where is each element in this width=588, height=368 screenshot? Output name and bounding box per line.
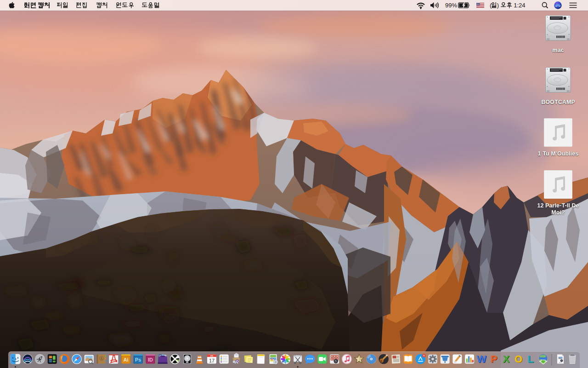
svg-text:docx: docx [559,362,562,363]
svg-text:Ps: Ps [135,357,141,362]
svg-text:P: P [491,353,498,365]
svg-text:17: 17 [209,358,215,363]
svg-text:O: O [514,353,522,365]
svg-text:X: X [503,353,509,365]
svg-text:ID: ID [148,357,153,362]
svg-text:Q: Q [236,360,239,363]
svg-text:Q: Q [271,358,273,360]
svg-text:W: W [477,353,486,365]
svg-text:JUL: JUL [210,355,214,357]
svg-text:L: L [527,353,533,365]
svg-text:Ai: Ai [124,357,129,362]
